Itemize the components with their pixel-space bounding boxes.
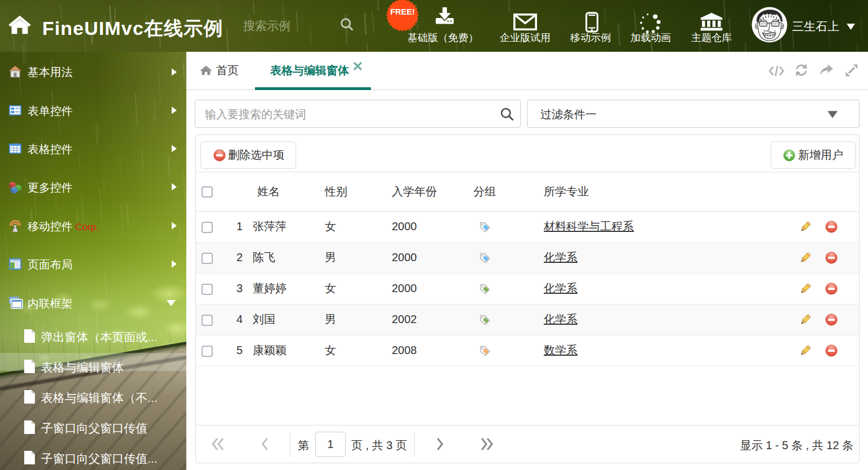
svg-text:FREE!: FREE! [390, 7, 415, 16]
